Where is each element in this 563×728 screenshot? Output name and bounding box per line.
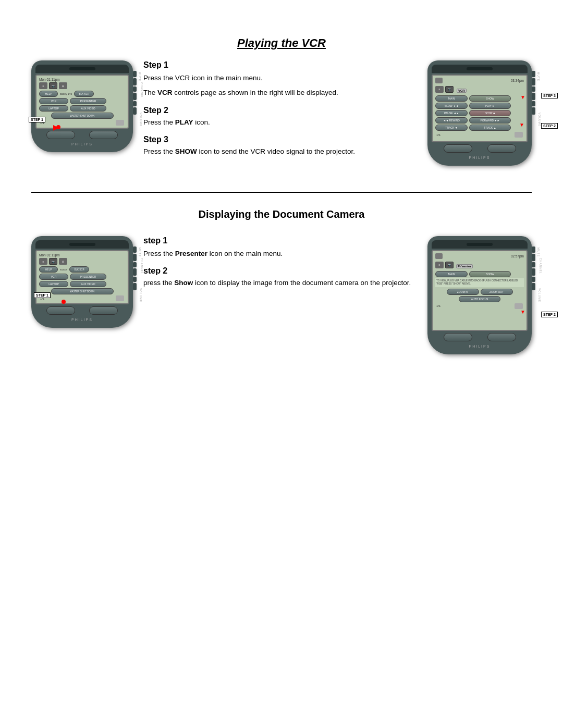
remote4: MUTE CHANNEL VOLUME 02:57pm ≡	[427, 236, 532, 354]
section2-step2-heading: step 2	[143, 266, 417, 276]
step2-red-arrow-r4: ▼	[520, 309, 525, 315]
step1-text2: The VCR controls page as shown in the ri…	[143, 88, 417, 98]
main-btn-r2: MAIN	[435, 95, 468, 102]
forward-btn-r2: FORWARD ►►	[469, 117, 511, 124]
remote2: MUTE VOLUME 03:34pm ≡ 📷	[427, 60, 532, 166]
mute-label-r2: MUTE	[537, 72, 540, 81]
remote2-screen: 03:34pm ≡ 📷 VCR MAIN SHOW SLOW ◄◄	[432, 75, 528, 142]
volume-label: VOLUME	[139, 113, 142, 127]
prsenter-instructions: TO VIEW, PLUG VGA CABLE INTO BACK-SPLASH…	[435, 278, 524, 287]
step1-text1: Press the VCR icon in the main menu.	[143, 73, 417, 83]
step1-heading: Step 1	[143, 60, 417, 70]
step1-badge-left: STEP 1	[29, 117, 45, 122]
step1-red-arrow: ▶	[53, 123, 59, 131]
step3-heading: Step 3	[143, 135, 417, 144]
remote2-footer: PHILIPS	[432, 156, 528, 162]
blk-scr-btn: BLK SCR	[74, 91, 94, 97]
vcr-badge: VCR	[457, 89, 467, 93]
track-up-btn-r2: TRACK ▲	[469, 125, 511, 131]
section2-step1-heading: step 1	[143, 236, 417, 245]
channel-label: CHANNEL	[140, 82, 143, 98]
section-divider	[31, 192, 532, 193]
master-shut-btn-r1: MASTER SHUT DOWN	[51, 113, 114, 119]
play-btn-r2: PLAY ►	[469, 103, 511, 109]
presenter-btn-r1: PRESENTER	[70, 98, 106, 104]
pause-btn-r2: PAUSE ◄◄	[435, 110, 468, 116]
step3-text: Press the SHOW icon to send the VCR vide…	[143, 146, 417, 157]
section1-title: Playing the VCR	[237, 36, 326, 50]
step3-badge: STEP 3	[541, 93, 558, 98]
laptop-btn-r1: LAPTOP	[39, 105, 68, 112]
remote1-time: Mon 01:11pm	[39, 78, 125, 81]
step2-badge-r4: STEP 2	[541, 312, 558, 317]
vcr-btn-r1: VCR	[39, 98, 68, 104]
remote4-screen: 02:57pm ≡ 📷 Pr'senter MAIN SHOW TO VIEW,…	[432, 250, 528, 331]
remote3-footer: PHILIPS	[35, 318, 129, 324]
remote1: MUTE CHANNEL VOLUME Mon 01:11pm ≡ 📷 ⊟	[31, 60, 133, 152]
rewind-btn-r2: ◄◄ REWIND	[435, 117, 468, 124]
mute-label: MUTE	[138, 72, 141, 81]
step2-text: Press the PLAY icon.	[143, 117, 417, 128]
instructions-section1: Step 1 Press the VCR icon in the main me…	[143, 60, 417, 157]
remote3: MUTE CHANNEL VOLUME Mon 01:11pm ≡ 📷 ⊟	[31, 236, 133, 328]
step1-badge-r3: STEP 1	[34, 292, 51, 298]
page-indicator-r2: 1/1	[436, 133, 440, 137]
instructions-section2: step 1 Press the Presenter icon on the m…	[143, 236, 417, 289]
step2-heading: Step 2	[143, 106, 417, 115]
step2-badge: STEP 2	[541, 123, 558, 129]
prsenter-badge: Pr'senter	[456, 264, 473, 268]
slow-btn-r2: SLOW ◄◄	[435, 103, 468, 109]
stop-btn-r2: STOP ■	[469, 110, 511, 116]
section2-title: Displaying the Document Camera	[199, 208, 365, 220]
step3-red-arrow: ▼	[520, 94, 525, 100]
remote4-footer: PHILIPS	[432, 344, 528, 350]
aux-video-btn-r1: AUX VIDEO	[70, 105, 106, 112]
help-btn: HELP	[39, 91, 58, 97]
show-btn-r2: SHOW	[469, 95, 511, 102]
step1-red-dot-r3	[62, 300, 66, 304]
track-down-btn-r2: TRACK ▼	[435, 125, 468, 131]
section2-step2-text: press the Show icon to display the image…	[143, 278, 417, 288]
section2-step1-text: Press the Presenter icon on the main men…	[143, 249, 417, 259]
remote1-footer: PHILIPS	[35, 142, 129, 148]
step2-red-arrow: ▼	[519, 122, 524, 128]
remote1-screen: Mon 01:11pm ≡ 📷 ⊟ HELP Bailey 146 BLK SC…	[35, 75, 129, 129]
